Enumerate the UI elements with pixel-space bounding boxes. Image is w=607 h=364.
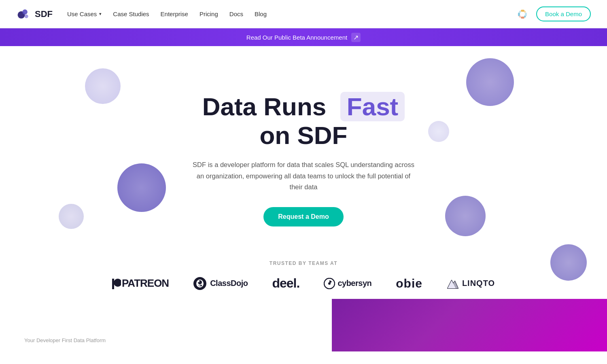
trusted-section: TRUSTED BY TEAMS AT PATREON ClassDojo de… [0, 256, 607, 299]
decorative-blob-3 [466, 58, 514, 106]
chevron-down-icon: ▾ [99, 11, 102, 17]
banner-text: Read Our Public Beta Announcement [246, 34, 347, 41]
svg-rect-12 [112, 279, 114, 289]
nav-pricing[interactable]: Pricing [200, 11, 218, 17]
hero-section: Data Runs Fast on SDF SDF is a developer… [0, 46, 607, 256]
brand-name: SDF [35, 9, 53, 19]
nav-links: Use Cases ▾ Case Studies Enterprise Pric… [67, 11, 267, 17]
nav-enterprise[interactable]: Enterprise [161, 11, 188, 17]
nav-case-studies[interactable]: Case Studies [113, 11, 149, 17]
hero-highlight-fast: Fast [340, 92, 405, 121]
svg-point-9 [519, 15, 521, 17]
slack-icon[interactable] [517, 8, 528, 20]
nav-use-cases[interactable]: Use Cases ▾ [67, 11, 102, 17]
nav-blog[interactable]: Blog [255, 11, 267, 17]
hero-subtitle: SDF is a developer platform for data tha… [190, 159, 417, 193]
decorative-blob-6 [445, 196, 486, 236]
navbar: SDF Use Cases ▾ Case Studies Enterprise … [0, 0, 607, 28]
hero-heading-line1: Data Runs Fast [202, 92, 405, 121]
hero-heading: Data Runs Fast on SDF [202, 92, 405, 150]
trusted-label: TRUSTED BY TEAMS AT [0, 260, 607, 266]
svg-point-11 [114, 279, 121, 287]
linqto-logo: LINQTO [447, 278, 495, 289]
obie-logo: obie [396, 277, 422, 290]
external-link-icon: ↗ [351, 33, 361, 42]
svg-point-18 [198, 284, 202, 287]
nav-right: Book a Demo [517, 6, 591, 21]
nav-docs[interactable]: Docs [229, 11, 243, 17]
decorative-blob-1 [85, 68, 121, 104]
sdf-logo-icon [16, 7, 31, 21]
linqto-icon [447, 278, 460, 289]
classdojo-logo: ClassDojo [193, 277, 248, 290]
decorative-blob-7 [550, 244, 587, 281]
footer-right-gradient [332, 299, 607, 351]
svg-point-8 [524, 11, 526, 13]
cybersyn-icon [324, 278, 335, 289]
classdojo-icon [193, 277, 207, 290]
decorative-blob-2 [428, 121, 449, 142]
announcement-banner[interactable]: Read Our Public Beta Announcement ↗ [0, 28, 607, 46]
footer-section: Your Developer First Data Platform [0, 299, 607, 351]
logo[interactable]: SDF [16, 7, 53, 21]
svg-point-2 [25, 14, 28, 18]
footer-tagline: Your Developer First Data Platform [24, 337, 106, 343]
svg-point-7 [519, 11, 521, 13]
patreon-logo: PATREON [112, 277, 169, 290]
deel-logo: deel. [272, 276, 299, 291]
hero-heading-line2: on SDF [202, 121, 405, 150]
nav-left: SDF Use Cases ▾ Case Studies Enterprise … [16, 7, 267, 21]
svg-point-1 [22, 9, 28, 15]
book-demo-button[interactable]: Book a Demo [536, 6, 591, 21]
cybersyn-logo: cybersyn [324, 278, 371, 289]
company-logos-row: PATREON ClassDojo deel. [0, 276, 607, 291]
svg-point-16 [198, 281, 200, 282]
svg-point-10 [524, 15, 526, 17]
request-demo-button[interactable]: Request a Demo [263, 207, 343, 226]
decorative-blob-4 [117, 163, 166, 212]
footer-left: Your Developer First Data Platform [0, 299, 332, 351]
svg-point-20 [328, 282, 331, 285]
decorative-blob-5 [59, 204, 84, 229]
